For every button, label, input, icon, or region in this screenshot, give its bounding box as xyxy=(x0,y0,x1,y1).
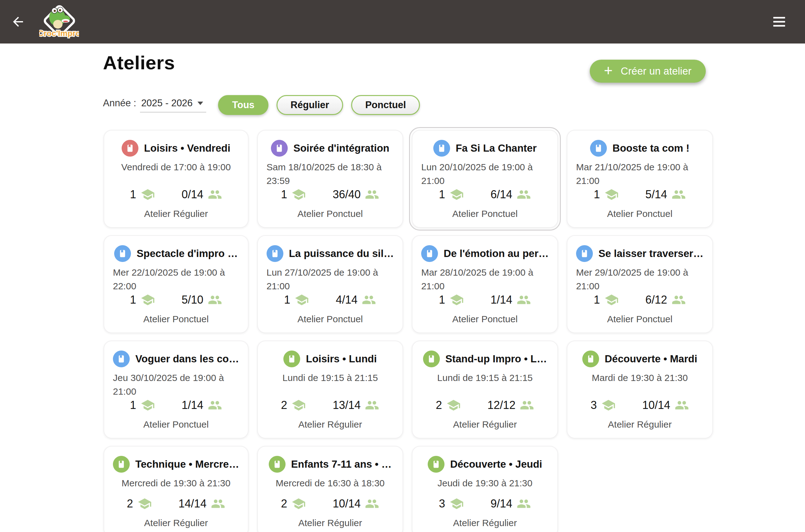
page-title: Ateliers xyxy=(103,52,175,74)
workshop-card[interactable]: Booste ta com ! Mar 21/10/2025 de 19:00 … xyxy=(567,130,713,228)
book-icon xyxy=(433,140,450,157)
card-header: Loisirs • Vendredi xyxy=(113,140,239,157)
workshop-card[interactable]: Se laisser traverser… Mer 29/10/2025 de … xyxy=(567,235,713,333)
workshop-schedule: Mardi de 19:30 à 21:30 xyxy=(592,371,688,385)
people-icon xyxy=(362,293,376,307)
workshop-type-label: Atelier Ponctuel xyxy=(421,314,549,324)
workshop-card[interactable]: De l'émotion au per… Mar 28/10/2025 de 1… xyxy=(412,235,558,333)
workshop-card[interactable]: Enfants 7-11 ans • … Mercredi de 16:30 à… xyxy=(257,446,403,532)
book-icon xyxy=(582,350,599,367)
teacher-count: 1 xyxy=(439,188,445,201)
people-icon xyxy=(672,293,686,307)
teacher-stat: 1 xyxy=(130,398,155,412)
workshop-card[interactable]: Loisirs • Lundi Lundi de 19:15 à 21:15 2… xyxy=(257,341,403,438)
filter-button[interactable]: Tous xyxy=(218,95,269,115)
participant-count: 10/14 xyxy=(332,497,361,510)
workshop-schedule: Mercredi de 19:30 à 21:30 xyxy=(122,476,231,490)
card-header: Booste ta com ! xyxy=(576,140,703,157)
workshop-title: Se laisser traverser… xyxy=(599,248,703,260)
teacher-count: 1 xyxy=(284,293,290,306)
participants-stat: 9/14 xyxy=(491,497,531,511)
teacher-stat: 2 xyxy=(127,497,152,511)
filter-button[interactable]: Régulier xyxy=(276,95,343,115)
workshop-type-label: Atelier Régulier xyxy=(113,209,239,219)
participants-stat: 10/14 xyxy=(332,497,379,511)
filter-button[interactable]: Ponctuel xyxy=(351,95,420,115)
year-select[interactable]: Année : 2025 - 2026 xyxy=(103,98,206,113)
graduation-cap-icon xyxy=(446,398,461,412)
book-icon xyxy=(267,245,283,262)
graduation-cap-icon xyxy=(141,398,155,412)
year-select-label: Année : xyxy=(103,98,136,109)
workshop-title: Spectacle d'impro … xyxy=(136,248,238,260)
workshop-stats: 1 36/40 xyxy=(267,187,394,204)
participants-stat: 36/40 xyxy=(332,187,379,202)
card-header: Soirée d'intégration xyxy=(267,140,394,157)
chevron-down-icon xyxy=(198,101,203,105)
workshop-card[interactable]: Loisirs • Vendredi Vendredi de 17:00 à 1… xyxy=(104,130,249,228)
card-header: Se laisser traverser… xyxy=(576,245,703,262)
participant-count: 4/14 xyxy=(336,293,358,306)
participant-count: 5/14 xyxy=(645,188,667,201)
filter-button-label: Tous xyxy=(232,99,254,110)
teacher-stat: 1 xyxy=(439,187,464,202)
participants-stat: 6/12 xyxy=(645,293,686,307)
workshop-type-label: Atelier Ponctuel xyxy=(113,419,239,430)
card-header: Voguer dans les co… xyxy=(113,350,239,367)
book-icon xyxy=(421,245,438,262)
workshop-type-label: Atelier Ponctuel xyxy=(421,209,549,219)
participants-stat: 4/14 xyxy=(336,293,376,307)
create-workshop-button[interactable]: + Créer un atelier xyxy=(590,60,706,83)
people-icon xyxy=(672,187,686,202)
workshop-stats: 3 10/14 xyxy=(576,398,703,414)
participants-stat: 5/14 xyxy=(645,187,686,202)
create-workshop-label: Créer un atelier xyxy=(621,65,692,77)
participant-count: 9/14 xyxy=(491,497,512,510)
toolbar-row: Ateliers + Créer un atelier xyxy=(99,52,706,83)
participants-stat: 5/10 xyxy=(182,293,222,307)
workshop-type-label: Atelier Ponctuel xyxy=(113,314,239,324)
workshop-card[interactable]: Soirée d'intégration Sam 18/10/2025 de 1… xyxy=(257,130,403,228)
workshop-card[interactable]: Stand-up Impro • L… Lundi de 19:15 à 21:… xyxy=(412,341,558,438)
workshop-card[interactable]: Spectacle d'impro … Mer 22/10/2025 de 19… xyxy=(104,235,249,333)
graduation-cap-icon xyxy=(141,187,155,202)
book-icon xyxy=(122,140,139,157)
back-button[interactable] xyxy=(8,12,28,32)
croc-impro-logo[interactable]: Croc'Impro xyxy=(39,1,79,43)
teacher-count: 1 xyxy=(130,293,136,306)
workshop-type-label: Atelier Régulier xyxy=(421,419,549,430)
book-icon xyxy=(428,456,444,473)
book-icon xyxy=(113,350,130,367)
hamburger-menu-button[interactable] xyxy=(771,15,788,29)
workshop-stats: 2 13/14 xyxy=(267,398,394,414)
graduation-cap-icon xyxy=(604,293,619,307)
participant-count: 5/10 xyxy=(182,293,203,306)
workshop-schedule-wrap: Lundi de 19:15 à 21:15 xyxy=(421,371,549,385)
card-header: Découverte • Jeudi xyxy=(421,456,549,473)
graduation-cap-icon xyxy=(604,187,619,202)
workshop-card[interactable]: Découverte • Jeudi Jeudi de 19:30 à 21:3… xyxy=(412,446,558,532)
workshop-type-label: Atelier Ponctuel xyxy=(267,209,394,219)
workshop-schedule-wrap: Mar 21/10/2025 de 19:00 à 21:00 xyxy=(576,160,703,187)
workshop-schedule: Mar 28/10/2025 de 19:00 à 21:00 xyxy=(421,266,549,293)
book-icon xyxy=(114,245,131,262)
workshop-card[interactable]: Technique • Mercre… Mercredi de 19:30 à … xyxy=(104,446,249,532)
workshop-card[interactable]: Découverte • Mardi Mardi de 19:30 à 21:3… xyxy=(567,341,713,438)
workshop-title: Voguer dans les co… xyxy=(135,353,239,365)
year-select-value: 2025 - 2026 xyxy=(140,98,206,113)
participants-stat: 0/14 xyxy=(182,187,222,202)
workshop-type-label: Atelier Régulier xyxy=(267,518,394,528)
filter-button-group: Tous Régulier Ponctuel xyxy=(218,95,420,115)
card-header: Enfants 7-11 ans • … xyxy=(267,456,394,473)
hamburger-bar xyxy=(773,25,785,27)
workshop-schedule: Lun 20/10/2025 de 19:00 à 21:00 xyxy=(421,160,549,187)
workshop-card[interactable]: La puissance du sil… Lun 27/10/2025 de 1… xyxy=(257,235,403,333)
card-header: De l'émotion au per… xyxy=(421,245,549,262)
book-icon xyxy=(423,350,440,367)
people-icon xyxy=(675,398,689,412)
workshop-card[interactable]: Fa Si La Chanter Lun 20/10/2025 de 19:00… xyxy=(412,130,558,228)
workshop-title: Loisirs • Vendredi xyxy=(144,142,230,154)
participant-count: 13/14 xyxy=(332,399,361,412)
graduation-cap-icon xyxy=(450,293,464,307)
workshop-card[interactable]: Voguer dans les co… Jeu 30/10/2025 de 19… xyxy=(104,341,249,438)
